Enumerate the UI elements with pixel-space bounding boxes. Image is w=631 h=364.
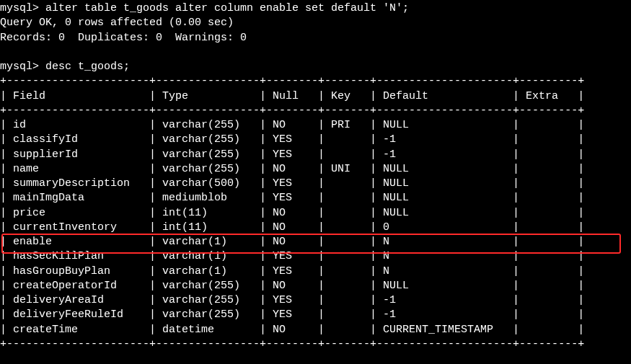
terminal[interactable]: mysql> alter table t_goods alter column …	[0, 0, 631, 352]
